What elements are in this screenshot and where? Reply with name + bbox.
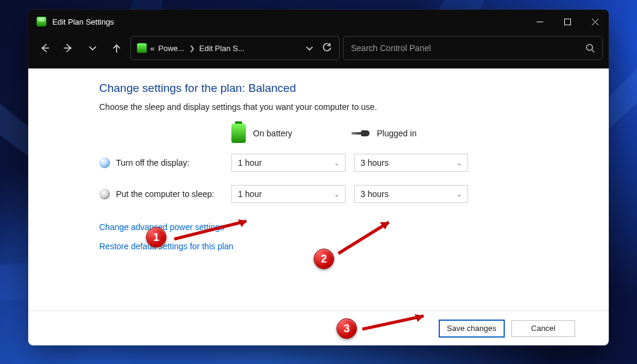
chevron-right-icon: ❯ (188, 44, 196, 52)
chevron-down-icon: ⌄ (457, 191, 462, 198)
chevron-down-icon: ⌄ (457, 160, 462, 166)
select-sleep-battery[interactable]: 1 hour ⌄ (231, 185, 346, 203)
location-icon (137, 43, 147, 53)
forward-button[interactable] (58, 38, 79, 58)
refresh-icon[interactable] (322, 43, 332, 53)
window-title: Edit Plan Settings (52, 17, 114, 26)
search-icon (585, 43, 595, 53)
maximize-button[interactable] (553, 10, 581, 34)
breadcrumb-seg-1[interactable]: Powe... (158, 44, 184, 53)
close-button[interactable] (581, 10, 609, 34)
breadcrumb-seg-2[interactable]: Edit Plan S... (200, 44, 245, 53)
cancel-button[interactable]: Cancel (511, 320, 575, 337)
page-subtext: Choose the sleep and display settings th… (99, 102, 609, 112)
footer: Save changes Cancel (28, 311, 609, 345)
sleep-icon (99, 189, 110, 199)
select-display-plugged[interactable]: 3 hours ⌄ (354, 154, 468, 172)
search-bar[interactable]: Search Control Panel (343, 36, 603, 60)
minimize-icon (537, 19, 543, 25)
column-label-battery: On battery (253, 129, 292, 138)
page-heading: Change settings for the plan: Balanced (99, 82, 609, 95)
row-put-computer-to-sleep: Put the computer to sleep: 1 hour ⌄ 3 ho… (99, 185, 609, 203)
toolbar: « Powe... ❯ Edit Plan S... Search Contro… (28, 34, 609, 68)
display-icon (99, 157, 110, 168)
column-label-plugged: Plugged in (377, 129, 416, 138)
chevron-down-icon[interactable] (305, 44, 314, 52)
column-on-battery: On battery (231, 124, 352, 143)
select-sleep-plugged[interactable]: 3 hours ⌄ (354, 185, 468, 203)
arrow-right-icon (64, 43, 73, 53)
maximize-icon (564, 19, 571, 25)
up-button[interactable] (106, 38, 127, 58)
back-button[interactable] (34, 38, 55, 58)
svg-point-7 (587, 44, 593, 50)
arrow-up-icon (112, 43, 121, 53)
svg-rect-1 (564, 19, 570, 25)
titlebar: Edit Plan Settings (28, 10, 609, 34)
svg-line-8 (592, 50, 594, 52)
chevron-down-icon (88, 43, 97, 53)
select-display-battery[interactable]: 1 hour ⌄ (231, 154, 346, 172)
app-icon (37, 17, 46, 26)
select-value: 3 hours (361, 158, 389, 168)
plug-icon (352, 129, 370, 138)
save-button[interactable]: Save changes (439, 320, 504, 337)
column-plugged-in: Plugged in (352, 129, 472, 138)
recent-dropdown[interactable] (82, 38, 103, 58)
row-turn-off-display: Turn off the display: 1 hour ⌄ 3 hours ⌄ (99, 154, 609, 172)
chevron-down-icon: ⌄ (334, 160, 339, 166)
select-value: 3 hours (361, 189, 389, 199)
close-icon (592, 19, 599, 25)
breadcrumb-prefix: « (150, 44, 154, 53)
select-value: 1 hour (238, 189, 262, 199)
battery-icon (231, 124, 246, 143)
window: Edit Plan Settings « Powe... ❯ (28, 10, 609, 345)
chevron-down-icon: ⌄ (334, 191, 339, 198)
link-restore-defaults[interactable]: Restore default settings for this plan (99, 241, 609, 251)
label-put-to-sleep: Put the computer to sleep: (116, 189, 214, 199)
link-advanced-settings[interactable]: Change advanced power settings (99, 222, 609, 232)
content-area: Change settings for the plan: Balanced C… (28, 68, 609, 345)
select-value: 1 hour (238, 158, 262, 168)
arrow-left-icon (40, 43, 49, 53)
address-bar[interactable]: « Powe... ❯ Edit Plan S... (130, 36, 340, 60)
minimize-button[interactable] (526, 10, 553, 34)
label-turn-off-display: Turn off the display: (116, 158, 189, 168)
search-input[interactable]: Search Control Panel (351, 43, 585, 53)
